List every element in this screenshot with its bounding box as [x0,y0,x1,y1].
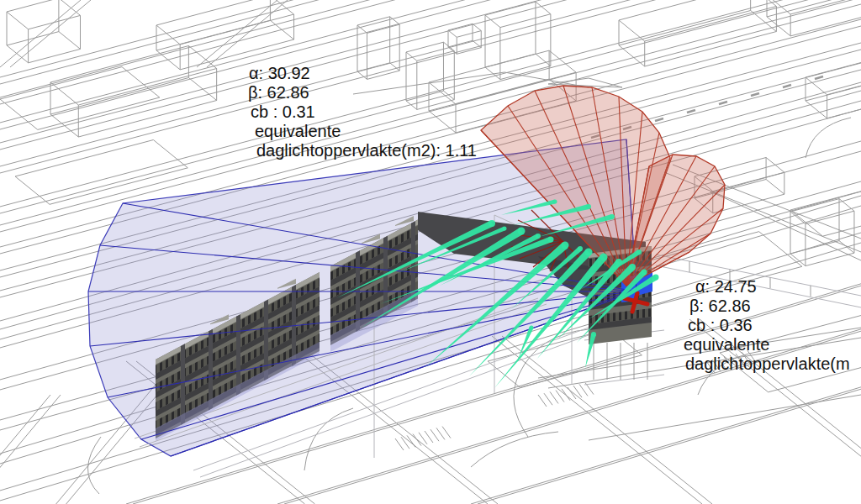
wire-box [767,0,861,36]
sun-ray-cap [586,204,591,209]
sun-ray-cap [591,332,596,337]
rail-tie [751,93,759,96]
hatch-tick [538,395,547,407]
wire-box [357,17,399,34]
sun-ray-cap [489,220,495,227]
sun-ray-cap [600,254,608,261]
hatch-tick [579,384,588,396]
daylight-annotation-right: α: 24.75 β: 62.86 cb : 0.36 equivalente … [684,277,850,374]
hatch-tick [544,393,552,405]
equivalente-label: equivalente [255,122,477,141]
hatch-tick [425,431,433,443]
rail-tie [815,76,823,79]
rail-tie [655,118,663,121]
facade-pillar [264,300,268,381]
rail-tie [783,85,791,87]
hatch-tick [395,438,404,450]
hatch-tick [430,429,439,441]
alpha-value: α: 24.75 [695,277,850,297]
wire-box [50,46,217,106]
cb-value: cb : 0.31 [251,102,477,122]
ground-parcel [15,140,188,205]
ground-parcel [790,184,861,236]
facade-pillar [236,314,240,396]
sun-ray-cap [642,270,647,276]
wire-box [485,54,551,80]
facade-pillar [181,344,185,425]
street-curve [87,437,101,494]
wire-box [7,0,81,29]
hatch-tick [556,391,564,402]
sun-ray-cap [530,326,534,330]
sun-ray-cap [629,264,636,270]
sun-ray-cap [653,275,659,281]
sun-ray-cap [637,249,642,255]
hatch-tick [562,389,570,401]
beta-value: β: 62.86 [689,297,850,316]
street-curve [304,408,353,470]
sun-ray-cap [610,214,615,219]
hatch-tick [573,386,582,397]
street-curve [806,118,851,158]
wire-box [806,81,861,118]
wire-box [7,32,81,63]
hatch-tick [413,434,421,446]
alpha-value: α: 30.92 [249,64,477,83]
cross-street [710,192,861,260]
sun-ray [585,333,596,368]
street-line [478,389,861,504]
wire-box [406,42,454,60]
wire-box [619,11,776,67]
daylight-annotation-left: α: 30.92 β: 62.86 cb : 0.31 equivalente … [247,64,477,160]
facade-pillar [209,329,213,411]
hatch-tick [419,433,427,444]
hatch-tick [436,428,445,439]
wire-box [806,57,861,94]
sun-ray-cap [518,228,526,235]
beta-value: β: 62.86 [248,83,477,102]
sun-ray-cap [548,237,554,243]
daylight-area-value: daglichtoppervlakte(m [685,354,850,374]
cb-value: cb : 0.36 [688,316,850,335]
sun-ray-cap [578,246,583,251]
hatch-tick [442,427,451,438]
sun-ray-cap [503,227,507,231]
daylight-area-value: daglichtoppervlakte(m2): 1.11 [256,141,477,160]
viewport-3d[interactable]: α: 30.92 β: 62.86 cb : 0.31 equivalente … [0,0,861,504]
cross-street [492,336,702,504]
sun-ray-cap [562,242,569,249]
sun-ray-cap [585,249,593,256]
rail-tie [687,110,695,113]
equivalente-label: equivalente [684,335,850,354]
street-curve [471,432,558,467]
cross-street [589,395,861,440]
sun-ray-cap [553,200,557,204]
hatch-tick [550,391,558,403]
wire-box [448,24,481,37]
rail-tie [719,102,727,104]
wire-box [619,0,776,41]
sun-ray-cap [536,234,541,239]
hatch-tick [401,437,409,449]
